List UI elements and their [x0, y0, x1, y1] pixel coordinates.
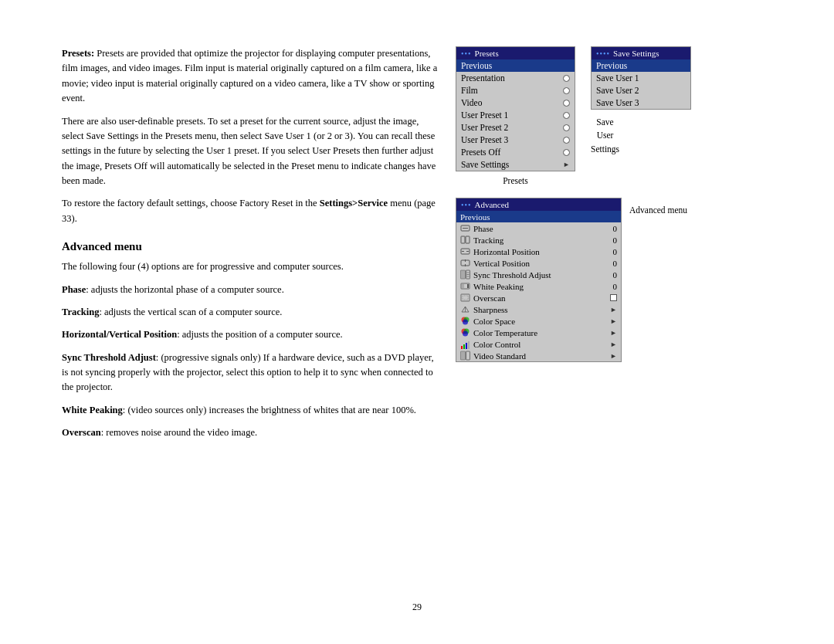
advanced-dots: •••	[461, 201, 472, 209]
advanced-label-area: Advanced menu	[629, 198, 687, 215]
radio-off	[563, 149, 570, 156]
adv-row-colortemp[interactable]: Color Temperature ►	[456, 327, 621, 338]
left-column: Presets: Presets are provided that optim…	[62, 46, 440, 449]
bottom-menus-area: ••• Advanced Previous	[456, 198, 734, 362]
tracking-text: Tracking: adjusts the vertical scan of a…	[62, 305, 440, 320]
videostandard-icon	[460, 351, 470, 361]
presets-title-bar: ••• Presets	[456, 47, 575, 59]
factory-reset-text: To restore the factory default settings,…	[62, 196, 440, 226]
adv-row-sharpness[interactable]: Sharpness ►	[456, 303, 621, 315]
presets-title-text: Presets	[475, 49, 499, 58]
videostandard-arrow: ►	[610, 352, 617, 360]
adv-row-white[interactable]: White Peaking 0	[456, 280, 621, 292]
sharpness-arrow: ►	[610, 306, 617, 314]
svg-rect-18	[467, 284, 469, 288]
advanced-menu-label: Advanced menu	[629, 205, 687, 215]
colorctrl-icon	[460, 339, 470, 349]
save-user-label: SaveUserSettings	[591, 116, 619, 156]
white-text: White Peaking: (video sources only) incr…	[62, 403, 440, 418]
advanced-title-text: Advanced	[475, 200, 510, 209]
presets-row-presentation[interactable]: Presentation	[456, 72, 575, 84]
svg-rect-19	[461, 294, 470, 301]
arrow-savesettings: ►	[563, 161, 570, 168]
adv-row-colorctrl[interactable]: Color Control ►	[456, 338, 621, 350]
presets-menu-box: ••• Presets Previous Presentation Film	[456, 46, 575, 171]
save-settings-row-previous[interactable]: Previous	[592, 59, 690, 72]
svg-point-27	[463, 331, 468, 337]
phase-icon	[460, 223, 470, 233]
svg-rect-29	[463, 344, 465, 349]
save-settings-row-user2[interactable]: Save User 2	[592, 84, 690, 97]
sync-text: Sync Threshold Adjust: (progressive sign…	[62, 351, 440, 395]
colorspace-arrow: ►	[610, 317, 617, 325]
presets-intro-text: Presets: Presets are provided that optim…	[62, 46, 440, 107]
adv-intro-text: The following four (4) options are for p…	[62, 259, 440, 274]
phase-text: Phase: adjusts the horizontal phase of a…	[62, 283, 440, 297]
advanced-menu-heading: Advanced menu	[62, 240, 440, 253]
advanced-title-bar: ••• Advanced	[456, 198, 621, 211]
save-settings-dots: ••••	[596, 49, 610, 58]
save-settings-title-bar: •••• Save Settings	[592, 47, 690, 59]
svg-rect-10	[461, 270, 466, 279]
colortemp-icon	[460, 327, 470, 337]
svg-rect-20	[463, 296, 468, 300]
presets-row-user1[interactable]: User Preset 1	[456, 109, 575, 121]
adv-row-colorspace[interactable]: Color Space ►	[456, 315, 621, 327]
right-column: ••• Presets Previous Presentation Film	[456, 46, 734, 449]
svg-rect-31	[468, 341, 470, 349]
presets-dots: •••	[461, 49, 472, 58]
sync-icon	[460, 269, 470, 280]
svg-rect-17	[465, 284, 467, 288]
adv-row-previous[interactable]: Previous	[456, 211, 621, 222]
radio-user1	[563, 112, 570, 119]
presets-row-previous[interactable]: Previous	[456, 59, 575, 72]
save-settings-title-text: Save Settings	[613, 49, 659, 58]
svg-rect-16	[462, 284, 464, 288]
overscan-icon	[460, 293, 470, 303]
page-container: Presets: Presets are provided that optim…	[0, 0, 834, 644]
horiz-text: Horizontal/Vertical Position: adjusts th…	[62, 327, 440, 342]
presets-label: Presets	[456, 176, 575, 185]
sharpness-icon	[460, 304, 470, 314]
advanced-menu-box: ••• Advanced Previous	[456, 198, 622, 362]
adv-row-hpos[interactable]: Horizontal Position 0	[456, 246, 621, 257]
top-menus-area: ••• Presets Previous Presentation Film	[456, 46, 734, 185]
presets-row-user2[interactable]: User Preset 2	[456, 121, 575, 134]
presets-menu: ••• Presets Previous Presentation Film	[456, 46, 575, 185]
svg-rect-3	[466, 236, 470, 243]
adv-row-tracking[interactable]: Tracking 0	[456, 234, 621, 246]
colortemp-arrow: ►	[610, 329, 617, 337]
save-settings-menu-box: •••• Save Settings Previous Save User 1 …	[591, 46, 691, 110]
presets-row-savesettings[interactable]: Save Settings ►	[456, 158, 575, 171]
page-number: 29	[412, 602, 422, 613]
radio-user2	[563, 124, 570, 131]
tracking-icon	[460, 235, 470, 245]
presets-row-video[interactable]: Video	[456, 97, 575, 109]
radio-presentation	[563, 75, 570, 82]
content-area: Presets: Presets are provided that optim…	[62, 46, 772, 449]
radio-film	[563, 87, 570, 94]
save-settings-row-user3[interactable]: Save User 3	[592, 97, 690, 109]
adv-row-overscan[interactable]: Overscan	[456, 292, 621, 303]
adv-row-phase[interactable]: Phase 0	[456, 222, 621, 234]
svg-rect-28	[461, 346, 463, 349]
svg-rect-33	[466, 351, 470, 360]
overscan-text: Overscan: removes noise around the video…	[62, 425, 440, 440]
presets-row-off[interactable]: Presets Off	[456, 146, 575, 158]
vpos-icon	[460, 258, 470, 268]
svg-rect-32	[461, 351, 466, 360]
radio-user3	[563, 137, 570, 144]
adv-row-videostandard[interactable]: Video Standard ►	[456, 350, 621, 361]
adv-row-sync[interactable]: Sync Threshold Adjust 0	[456, 269, 621, 280]
presets-row-user3[interactable]: User Preset 3	[456, 134, 575, 146]
presets-row-film[interactable]: Film	[456, 84, 575, 97]
adv-row-vpos[interactable]: Vertical Position 0	[456, 257, 621, 269]
hpos-icon	[460, 246, 470, 256]
svg-point-24	[463, 320, 468, 325]
colorspace-icon	[460, 316, 470, 326]
save-settings-row-user1[interactable]: Save User 1	[592, 72, 690, 84]
overscan-checkbox[interactable]	[610, 294, 617, 301]
colorctrl-arrow: ►	[610, 341, 617, 348]
svg-rect-2	[461, 236, 465, 243]
radio-video	[563, 100, 570, 107]
